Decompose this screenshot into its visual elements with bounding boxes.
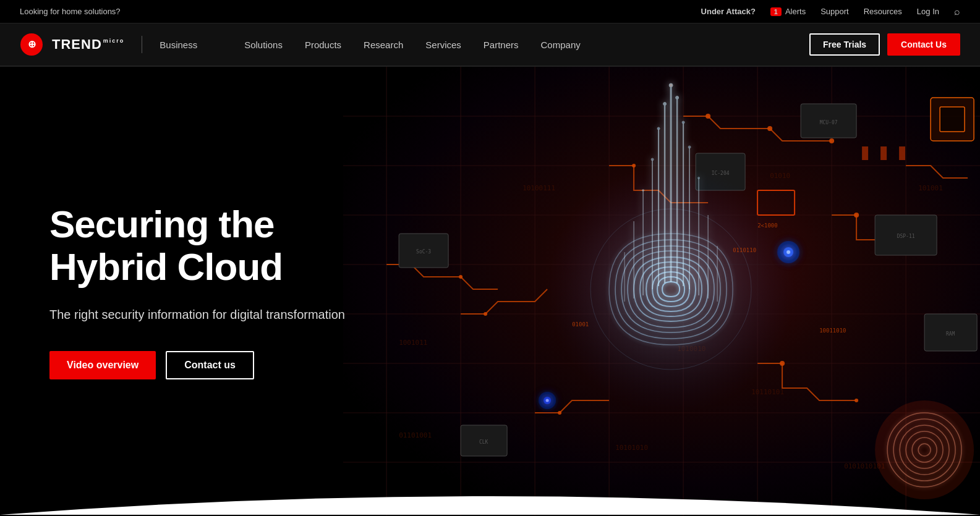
logo-divider: [142, 36, 142, 53]
svg-text:MCU-07: MCU-07: [819, 120, 837, 125]
free-trials-button[interactable]: Free Trials: [809, 33, 880, 56]
svg-text:101001: 101001: [918, 184, 943, 192]
svg-point-25: [484, 312, 487, 316]
search-icon[interactable]: ⌕: [954, 6, 960, 17]
hero-visual: IC-204 MCU-07 DSP-11 SoC-3 RAM CLK 10110…: [343, 67, 980, 516]
login-link[interactable]: Log In: [917, 7, 939, 16]
svg-text:10100111: 10100111: [522, 184, 555, 192]
nav-partners[interactable]: Partners: [474, 23, 529, 66]
svg-point-67: [651, 158, 654, 161]
logo-business-label: Business: [160, 40, 197, 50]
svg-point-70: [669, 83, 673, 87]
hero-section: IC-204 MCU-07 DSP-11 SoC-3 RAM CLK 10110…: [0, 67, 980, 516]
svg-rect-77: [863, 147, 867, 159]
hero-bottom-curve: [0, 478, 980, 516]
contact-us-nav-button[interactable]: Contact Us: [887, 33, 960, 56]
support-link[interactable]: Support: [820, 7, 849, 16]
logo-micro-label: micro: [103, 38, 125, 44]
svg-rect-78: [881, 147, 886, 159]
video-overview-button[interactable]: Video overview: [49, 351, 156, 379]
nav-research[interactable]: Research: [354, 23, 413, 66]
svg-rect-81: [940, 107, 965, 132]
svg-point-73: [688, 146, 691, 148]
svg-text:01101001: 01101001: [399, 431, 432, 439]
top-bar-right: Under Attack? 1 Alerts Support Resources…: [701, 6, 960, 17]
svg-point-72: [682, 121, 684, 124]
svg-text:CLK: CLK: [479, 439, 488, 445]
nav-products[interactable]: Products: [295, 23, 351, 66]
main-nav: ⊕ TRENDmicro Business Solutions Products…: [0, 23, 980, 67]
svg-text:⊕: ⊕: [28, 39, 36, 49]
hero-title: Securing the Hybrid Cloud: [49, 203, 383, 287]
svg-point-69: [663, 103, 666, 106]
svg-point-71: [675, 96, 678, 99]
svg-point-75: [697, 177, 699, 179]
svg-rect-79: [900, 147, 905, 159]
top-bar: Looking for home solutions? Under Attack…: [0, 0, 980, 23]
svg-point-27: [854, 399, 858, 402]
nav-company[interactable]: Company: [531, 23, 590, 66]
svg-text:01001: 01001: [572, 321, 589, 328]
svg-text:2<1000: 2<1000: [757, 222, 778, 229]
svg-point-84: [786, 250, 790, 254]
svg-point-26: [780, 361, 785, 366]
logo-trend-label: TREND: [52, 36, 102, 53]
logo-text: TRENDmicro: [52, 36, 124, 53]
contact-us-hero-button[interactable]: Contact us: [166, 351, 254, 379]
svg-text:DSP-11: DSP-11: [897, 234, 914, 239]
svg-point-30: [459, 275, 462, 279]
svg-point-87: [545, 399, 548, 402]
alerts-label: Alerts: [785, 7, 806, 16]
nav-services[interactable]: Services: [415, 23, 471, 66]
alerts-badge[interactable]: 1 Alerts: [770, 7, 806, 16]
svg-point-21: [829, 138, 834, 143]
nav-actions: Free Trials Contact Us: [809, 33, 960, 56]
alerts-count: 1: [770, 7, 782, 16]
nav-links: Solutions Products Research Services Par…: [234, 23, 809, 66]
svg-text:RAM: RAM: [946, 331, 955, 337]
trend-micro-logo-icon: ⊕: [20, 33, 43, 56]
nav-solutions[interactable]: Solutions: [234, 23, 292, 66]
svg-point-23: [854, 213, 859, 218]
svg-point-74: [642, 190, 644, 192]
svg-point-22: [632, 164, 636, 167]
svg-point-20: [767, 126, 772, 131]
hero-content: Securing the Hybrid Cloud The right secu…: [0, 203, 433, 379]
svg-point-68: [657, 127, 660, 130]
logo-area: ⊕ TRENDmicro Business: [20, 33, 197, 56]
svg-text:10101010: 10101010: [615, 444, 648, 452]
svg-point-19: [705, 114, 710, 119]
svg-text:10011010: 10011010: [819, 328, 846, 334]
hero-buttons: Video overview Contact us: [49, 351, 383, 379]
home-solutions-link[interactable]: Looking for home solutions?: [20, 7, 121, 16]
svg-text:0110110: 0110110: [733, 247, 756, 253]
under-attack-label[interactable]: Under Attack?: [701, 7, 756, 16]
hero-subtitle: The right security information for digit…: [49, 305, 383, 324]
svg-point-28: [558, 411, 561, 415]
svg-text:01010: 01010: [770, 172, 790, 180]
svg-text:10110101: 10110101: [751, 388, 784, 396]
resources-link[interactable]: Resources: [864, 7, 902, 16]
